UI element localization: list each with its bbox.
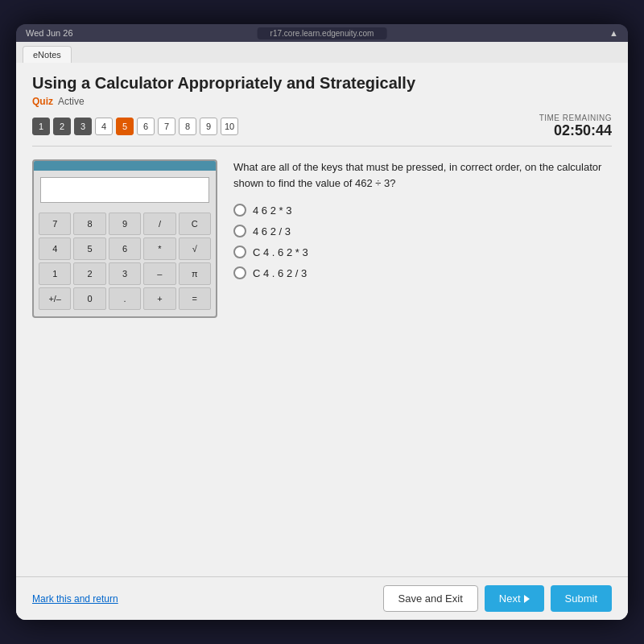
calc-key-multiply[interactable]: *: [143, 237, 175, 260]
calc-key-5[interactable]: 5: [73, 237, 105, 260]
calc-key-plusminus[interactable]: +/–: [39, 287, 71, 310]
time-remaining-value: 02:50:44: [539, 122, 612, 139]
q-btn-9[interactable]: 9: [200, 118, 217, 135]
calc-key-clear[interactable]: C: [179, 213, 211, 235]
q-btn-10[interactable]: 10: [221, 118, 238, 135]
date-label: Wed Jun 26: [26, 28, 73, 38]
answer-options: 4 6 2 * 3 4 6 2 / 3 C 4 . 6 2 * 3 C 4 . …: [233, 204, 612, 279]
calc-row-3: 1 2 3 – π: [39, 262, 211, 285]
q-btn-3[interactable]: 3: [74, 118, 92, 135]
submit-button[interactable]: Submit: [551, 585, 612, 612]
next-label: Next: [499, 592, 521, 605]
calc-row-2: 4 5 6 * √: [39, 237, 211, 260]
top-bar: Wed Jun 26 r17.core.learn.edgenuity.com …: [16, 24, 628, 42]
q-btn-6[interactable]: 6: [137, 118, 155, 135]
answer-option-d[interactable]: C 4 . 6 2 / 3: [233, 266, 612, 279]
calc-key-decimal[interactable]: .: [109, 287, 141, 310]
calculator: 7 8 9 / C 4 5 6 * √: [32, 159, 217, 318]
calc-key-2[interactable]: 2: [73, 262, 105, 285]
enotes-tab[interactable]: eNotes: [23, 46, 72, 63]
calc-key-sqrt[interactable]: √: [179, 237, 211, 260]
radio-d[interactable]: [233, 266, 246, 279]
calc-key-pi[interactable]: π: [179, 262, 211, 285]
footer-bar: Mark this and return Save and Exit Next …: [16, 576, 628, 620]
calc-buttons: 7 8 9 / C 4 5 6 * √: [34, 209, 216, 316]
q-btn-7[interactable]: 7: [158, 118, 175, 135]
save-exit-button[interactable]: Save and Exit: [383, 585, 478, 612]
radio-b[interactable]: [233, 225, 246, 237]
time-remaining-label: TIME REMAINING: [539, 114, 612, 122]
calc-key-3[interactable]: 3: [109, 262, 141, 285]
q-btn-8[interactable]: 8: [179, 118, 196, 135]
answer-option-a[interactable]: 4 6 2 * 3: [233, 204, 612, 217]
quiz-label: Quiz: [32, 96, 53, 107]
calc-key-8[interactable]: 8: [73, 213, 105, 235]
tab-bar: eNotes: [16, 42, 628, 63]
wifi-icon: ▲: [609, 28, 618, 38]
calc-key-equals[interactable]: =: [179, 287, 211, 310]
main-content: 7 8 9 / C 4 5 6 * √: [16, 147, 628, 576]
page-header: Using a Calculator Appropriately and Str…: [16, 63, 628, 146]
calculator-panel: 7 8 9 / C 4 5 6 * √: [32, 159, 217, 564]
footer-buttons: Save and Exit Next Submit: [383, 585, 612, 612]
calc-key-7[interactable]: 7: [39, 213, 71, 235]
answer-label-b: 4 6 2 / 3: [253, 225, 291, 237]
question-nav: 1 2 3 4 5 6 7 8 9 10: [32, 118, 238, 135]
q-btn-4[interactable]: 4: [95, 118, 113, 135]
answer-label-a: 4 6 2 * 3: [253, 204, 291, 217]
calc-key-1[interactable]: 1: [39, 262, 71, 285]
page-title: Using a Calculator Appropriately and Str…: [32, 74, 612, 93]
question-nav-row: 1 2 3 4 5 6 7 8 9 10 TIME REMAINING 02:5…: [32, 114, 612, 139]
question-panel: What are all of the keys that must be pr…: [233, 159, 612, 564]
time-remaining: TIME REMAINING 02:50:44: [539, 114, 612, 139]
radio-a[interactable]: [233, 204, 246, 217]
calc-key-4[interactable]: 4: [39, 237, 71, 260]
q-btn-1[interactable]: 1: [32, 118, 50, 135]
next-button[interactable]: Next: [485, 585, 544, 612]
calc-key-0[interactable]: 0: [73, 287, 105, 310]
question-text: What are all of the keys that must be pr…: [233, 159, 612, 191]
answer-label-c: C 4 . 6 2 * 3: [253, 246, 308, 258]
mark-return-link[interactable]: Mark this and return: [32, 593, 118, 605]
calc-key-plus[interactable]: +: [143, 287, 175, 310]
calc-key-minus[interactable]: –: [143, 262, 175, 285]
calc-key-divide[interactable]: /: [143, 213, 175, 235]
chevron-right-icon: [524, 595, 530, 603]
calc-key-9[interactable]: 9: [109, 213, 141, 235]
answer-option-b[interactable]: 4 6 2 / 3: [233, 225, 612, 237]
screen: Wed Jun 26 r17.core.learn.edgenuity.com …: [16, 24, 628, 620]
calc-row-4: +/– 0 . + =: [39, 287, 211, 310]
q-btn-2[interactable]: 2: [53, 118, 71, 135]
content-area: Using a Calculator Appropriately and Str…: [16, 63, 628, 620]
answer-option-c[interactable]: C 4 . 6 2 * 3: [233, 246, 612, 258]
calc-header: [34, 161, 216, 171]
url-bar: r17.core.learn.edgenuity.com: [258, 27, 387, 39]
status-active: Active: [58, 96, 85, 107]
answer-label-d: C 4 . 6 2 / 3: [253, 267, 307, 279]
calc-key-6[interactable]: 6: [109, 237, 141, 260]
quiz-status: Quiz Active: [32, 96, 612, 107]
radio-c[interactable]: [233, 246, 246, 258]
calc-display: [40, 177, 209, 203]
q-btn-5[interactable]: 5: [116, 118, 134, 135]
calc-row-1: 7 8 9 / C: [39, 213, 211, 235]
